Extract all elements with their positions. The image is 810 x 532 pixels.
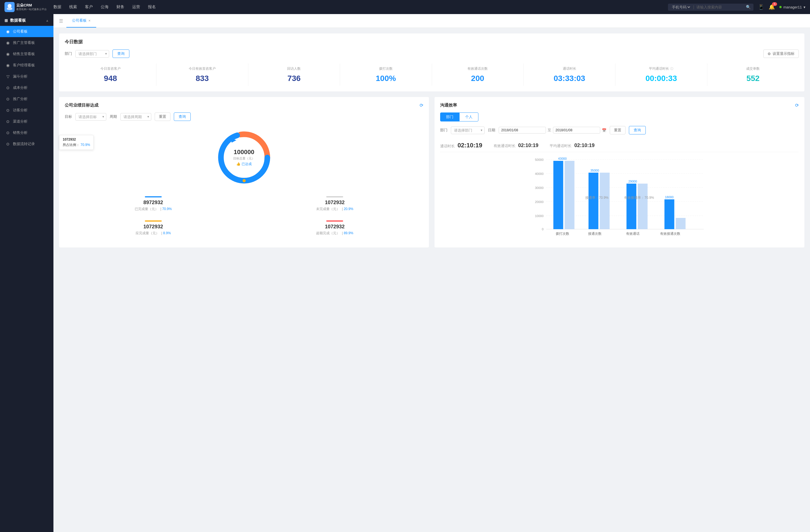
metric-effective-calls: 有效通话次数 200 — [432, 64, 524, 86]
right-dept-select[interactable]: 请选择部门 — [451, 127, 485, 134]
today-query-btn[interactable]: 查询 — [113, 49, 129, 58]
panel-tab-dept[interactable]: 部门 — [440, 113, 459, 121]
metric-call-duration-label: 通话时长 — [526, 66, 613, 71]
right-panel-title: 沟通效率 — [440, 103, 457, 108]
date-separator: 至 — [548, 128, 551, 133]
metric-card-desc-3: 超额完成（元） | 89.9% — [249, 231, 421, 236]
nav-leads[interactable]: 线索 — [69, 4, 77, 10]
stats-row: 通话时长 02:10:19 有效通话时长 02:10:19 平均通话时长 02:… — [440, 139, 799, 152]
donut-value: 100000 — [233, 148, 255, 156]
target-select[interactable]: 请选择目标 — [75, 113, 106, 121]
sidebar-item-account-manager[interactable]: ◉ 客户经理看板 — [0, 60, 53, 71]
sidebar-item-data-flow[interactable]: ⊙ 数据流转记录 — [0, 138, 53, 150]
company-board-icon: ◉ — [6, 29, 10, 34]
nav-operations[interactable]: 运营 — [132, 4, 140, 10]
svg-text:拨打次数: 拨打次数 — [556, 232, 569, 236]
settings-display-btn[interactable]: ⚙ 设置显示指标 — [763, 49, 799, 58]
target-select-wrapper: 请选择目标 — [75, 113, 106, 121]
search-input[interactable] — [696, 5, 744, 9]
tooltip-box: 1072932 所占比例： 70.9% — [59, 135, 94, 150]
metric-revisit: 回访人数 736 — [248, 64, 340, 86]
metric-card-value-0: 8972932 — [67, 200, 240, 205]
sidebar-item-sales-analysis[interactable]: ⊙ 销售分析 — [0, 127, 53, 138]
date-from-input[interactable] — [499, 127, 546, 134]
dept-select[interactable]: 请选择部门 — [75, 50, 109, 57]
left-panel-title: 公司业绩目标达成 — [65, 103, 98, 108]
promo-analysis-icon: ⊙ — [6, 97, 10, 101]
notification-icon[interactable]: 🔔 5 — [769, 4, 775, 10]
username: manager11 — [783, 5, 802, 9]
right-query-btn[interactable]: 查询 — [629, 126, 646, 134]
svg-text:20000: 20000 — [535, 200, 544, 203]
metric-card-value-2: 1072932 — [67, 224, 240, 230]
today-filter: 部门 请选择部门 查询 ⚙ 设置显示指标 — [65, 49, 799, 58]
visitor-icon: ⊙ — [6, 108, 10, 113]
tab-company-board[interactable]: 公司看板 ✕ — [66, 14, 96, 28]
tab-bar-toggle[interactable]: ☰ — [59, 14, 66, 28]
right-reset-btn[interactable]: 重置 — [610, 126, 626, 134]
stat-call-duration: 通话时长 02:10:19 — [440, 142, 482, 149]
right-panel-refresh-icon[interactable]: ⟳ — [795, 103, 799, 108]
svg-point-5 — [242, 179, 245, 182]
nav-data[interactable]: 数据 — [53, 4, 61, 10]
stat-avg-label: 平均通话时长 — [550, 144, 571, 148]
left-panel-refresh-icon[interactable]: ⟳ — [420, 103, 423, 108]
tooltip-pct-label: 所占比例： — [63, 143, 80, 147]
svg-text:有效通话: 有效通话 — [626, 232, 639, 236]
sidebar-item-company-board[interactable]: ◉ 公司看板 — [0, 26, 53, 37]
right-dept-label: 部门 — [440, 128, 448, 133]
svg-text:接通率：70.9%: 接通率：70.9% — [585, 196, 608, 200]
left-query-btn[interactable]: 查询 — [174, 113, 191, 121]
metric-first-consult: 今日首咨客户 948 — [65, 64, 156, 86]
funnel-icon: ▽ — [6, 74, 10, 79]
dept-filter-label: 部门 — [65, 51, 72, 56]
user-menu[interactable]: manager11 ▾ — [779, 5, 806, 9]
sidebar-item-channel[interactable]: ⊙ 渠道分析 — [0, 116, 53, 127]
left-reset-btn[interactable]: 重置 — [155, 113, 171, 121]
metric-bar-2 — [145, 220, 162, 221]
today-filter-left: 部门 请选择部门 查询 — [65, 49, 129, 58]
left-panel-filters: 目标 请选择目标 周期 请选择周期 重置 — [65, 113, 423, 121]
tab-close-icon[interactable]: ✕ — [88, 19, 91, 22]
account-manager-icon: ◉ — [6, 63, 10, 67]
nav-finance[interactable]: 财务 — [116, 4, 124, 10]
metric-first-consult-label: 今日首咨客户 — [67, 66, 154, 71]
metric-deals-label: 成交单数 — [710, 66, 796, 71]
metric-deals: 成交单数 552 — [707, 64, 799, 86]
today-section-title: 今日数据 — [65, 39, 799, 45]
sales-analysis-icon: ⊙ — [6, 131, 10, 135]
sidebar-item-visitor[interactable]: ⊙ 访客分析 — [0, 105, 53, 116]
logo: 云朵CRM 教育机构一站式服务云平台 — [4, 2, 47, 12]
metrics-grid: 8972932 已完成量（元） | 70.9% 1072932 未完成量 — [65, 194, 423, 238]
donut-container: 1072932 所占比例： 70.9% — [65, 127, 423, 188]
sidebar-item-sales-manager[interactable]: ◉ 销售主管看板 — [0, 48, 53, 60]
nav-enrollment[interactable]: 报名 — [148, 4, 156, 10]
sidebar-item-promo-manager[interactable]: ◉ 推广主管看板 — [0, 37, 53, 48]
sidebar-collapse-btn[interactable]: ▲ — [46, 19, 49, 22]
donut-label: 目标总量（元） — [233, 156, 255, 161]
sidebar-item-funnel[interactable]: ▽ 漏斗分析 — [0, 71, 53, 82]
nav-public-sea[interactable]: 公海 — [101, 4, 109, 10]
metric-dial-count: 拨打次数 100% — [340, 64, 432, 86]
search-icon[interactable]: 🔍 — [746, 5, 751, 9]
metric-card-value-1: 1072932 — [249, 200, 421, 205]
panel-tabs: 部门 个人 — [440, 113, 799, 121]
calendar-icon[interactable]: 📅 — [602, 128, 606, 132]
bar-chart-area: 50000 40000 30000 20000 10000 0 — [440, 156, 799, 242]
sidebar-item-promo-analysis[interactable]: ⊙ 推广分析 — [0, 93, 53, 105]
stat-call-duration-label: 通话时长 — [440, 144, 455, 148]
main-content: ☰ 公司看板 ✕ 今日数据 部门 请选择部门 — [53, 14, 810, 532]
left-panel: 公司业绩目标达成 ⟳ 目标 请选择目标 周期 请选择 — [59, 97, 429, 247]
device-icon[interactable]: 📱 — [758, 4, 764, 10]
nav-customers[interactable]: 客户 — [85, 4, 93, 10]
content-body: 今日数据 部门 请选择部门 查询 ⚙ 设置显示指标 — [53, 28, 810, 253]
stat-avg-duration: 平均通话时长 02:10:19 — [550, 143, 595, 148]
stat-effective-label: 有效通话时长 — [493, 144, 516, 148]
date-to-input[interactable] — [553, 127, 600, 134]
sidebar-item-cost[interactable]: ⊙ 成本分析 — [0, 82, 53, 93]
panel-tab-individual[interactable]: 个人 — [459, 113, 479, 121]
metrics-row: 今日首咨客户 948 今日有效首咨客户 833 回访人数 736 拨打次数 10… — [65, 64, 799, 86]
stat-effective-duration: 有效通话时长 02:10:19 — [493, 143, 539, 148]
search-type-select[interactable]: 手机号码 — [671, 5, 691, 10]
period-select[interactable]: 请选择周期 — [120, 113, 151, 121]
